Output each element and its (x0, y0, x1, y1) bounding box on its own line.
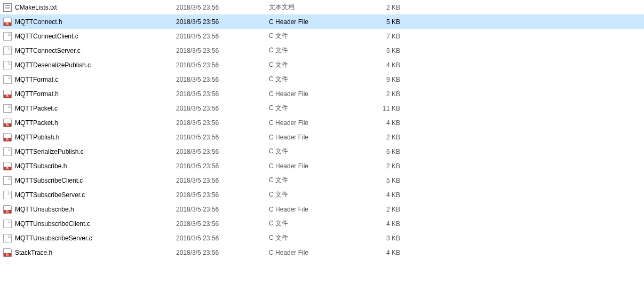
file-type: C Header File (269, 162, 371, 170)
file-row[interactable]: MQTTPublish.h2018/3/5 23:56C Header File… (0, 130, 644, 144)
file-row[interactable]: MQTTConnect.h2018/3/5 23:56C Header File… (0, 14, 644, 29)
c-file-icon (3, 46, 12, 55)
file-name: MQTTSubscribe.h (15, 162, 67, 170)
file-date: 2018/3/5 23:56 (176, 105, 269, 112)
file-row[interactable]: MQTTDeserializePublish.c2018/3/5 23:56C … (0, 58, 644, 72)
file-size: 5 KB (371, 177, 400, 184)
file-row[interactable]: MQTTUnsubscribe.h2018/3/5 23:56C Header … (0, 202, 644, 216)
file-row[interactable]: MQTTPacket.h2018/3/5 23:56C Header File4… (0, 115, 644, 130)
file-type: C Header File (269, 134, 371, 141)
file-name: MQTTSerializePublish.c (15, 148, 84, 155)
file-size: 2 KB (371, 4, 400, 11)
file-type: C 文件 (269, 32, 371, 41)
file-type: C Header File (269, 249, 371, 256)
file-row[interactable]: MQTTSerializePublish.c2018/3/5 23:56C 文件… (0, 144, 644, 159)
file-name-cell: MQTTSubscribeServer.c (3, 191, 176, 199)
file-name-cell: MQTTConnectClient.c (3, 32, 176, 41)
file-row[interactable]: MQTTConnectClient.c2018/3/5 23:56C 文件7 K… (0, 29, 644, 43)
file-name-cell: MQTTUnsubscribeClient.c (3, 220, 176, 228)
c-file-icon (3, 191, 12, 199)
file-name-cell: MQTTSubscribeClient.c (3, 176, 176, 185)
header-file-icon (3, 18, 12, 26)
file-row[interactable]: MQTTSubscribe.h2018/3/5 23:56C Header Fi… (0, 159, 644, 173)
file-type: C Header File (269, 206, 371, 213)
file-date: 2018/3/5 23:56 (176, 249, 269, 256)
file-row[interactable]: MQTTPacket.c2018/3/5 23:56C 文件11 KB (0, 101, 644, 115)
file-row[interactable]: CMakeLists.txt2018/3/5 23:56文本文档2 KB (0, 0, 644, 14)
file-name-cell: MQTTUnsubscribeServer.c (3, 234, 176, 243)
file-name-cell: MQTTFormat.h (3, 90, 176, 98)
file-type: 文本文档 (269, 3, 371, 12)
file-name-cell: MQTTDeserializePublish.c (3, 61, 176, 69)
c-file-icon (3, 61, 12, 69)
file-date: 2018/3/5 23:56 (176, 134, 269, 141)
file-type: C 文件 (269, 219, 371, 228)
header-file-icon (3, 248, 12, 257)
file-row[interactable]: MQTTSubscribeClient.c2018/3/5 23:56C 文件5… (0, 173, 644, 187)
file-size: 6 KB (371, 148, 400, 155)
file-type: C 文件 (269, 190, 371, 199)
file-size: 4 KB (371, 249, 400, 256)
file-name: MQTTConnectClient.c (15, 33, 78, 40)
file-size: 2 KB (371, 134, 400, 141)
file-name-cell: MQTTPacket.h (3, 119, 176, 127)
file-date: 2018/3/5 23:56 (176, 90, 269, 98)
file-name-cell: MQTTConnect.h (3, 18, 176, 26)
file-row[interactable]: MQTTFormat.c2018/3/5 23:56C 文件9 KB (0, 72, 644, 87)
file-row[interactable]: MQTTUnsubscribeServer.c2018/3/5 23:56C 文… (0, 231, 644, 245)
file-name: MQTTUnsubscribeServer.c (15, 235, 92, 242)
file-name: MQTTSubscribeServer.c (15, 191, 85, 199)
file-date: 2018/3/5 23:56 (176, 162, 269, 170)
c-file-icon (3, 32, 12, 41)
file-date: 2018/3/5 23:56 (176, 61, 269, 69)
file-name-cell: MQTTPacket.c (3, 104, 176, 113)
file-type: C Header File (269, 119, 371, 127)
file-row[interactable]: StackTrace.h2018/3/5 23:56C Header File4… (0, 245, 644, 260)
file-row[interactable]: MQTTSubscribeServer.c2018/3/5 23:56C 文件4… (0, 187, 644, 202)
file-name: MQTTConnectServer.c (15, 47, 81, 54)
file-size: 3 KB (371, 235, 400, 242)
text-file-icon (3, 3, 12, 12)
file-row[interactable]: MQTTUnsubscribeClient.c2018/3/5 23:56C 文… (0, 216, 644, 231)
file-name-cell: MQTTSubscribe.h (3, 162, 176, 170)
file-type: C 文件 (269, 75, 371, 84)
file-name: MQTTConnect.h (15, 18, 62, 26)
file-name: CMakeLists.txt (15, 4, 57, 11)
file-date: 2018/3/5 23:56 (176, 235, 269, 242)
file-name: MQTTPublish.h (15, 134, 59, 141)
file-size: 2 KB (371, 162, 400, 170)
file-date: 2018/3/5 23:56 (176, 76, 269, 83)
c-file-icon (3, 176, 12, 185)
file-row[interactable]: MQTTFormat.h2018/3/5 23:56C Header File2… (0, 87, 644, 101)
c-file-icon (3, 220, 12, 228)
c-file-icon (3, 75, 12, 84)
file-size: 2 KB (371, 90, 400, 98)
file-size: 11 KB (371, 105, 400, 112)
file-size: 4 KB (371, 61, 400, 69)
file-type: C 文件 (269, 176, 371, 185)
c-file-icon (3, 147, 12, 156)
file-size: 4 KB (371, 220, 400, 228)
file-name-cell: StackTrace.h (3, 248, 176, 257)
header-file-icon (3, 90, 12, 98)
file-name-cell: MQTTUnsubscribe.h (3, 205, 176, 214)
file-date: 2018/3/5 23:56 (176, 4, 269, 11)
file-size: 7 KB (371, 33, 400, 40)
file-name-cell: MQTTConnectServer.c (3, 46, 176, 55)
file-type: C 文件 (269, 46, 371, 55)
file-name-cell: MQTTPublish.h (3, 133, 176, 142)
file-size: 9 KB (371, 76, 400, 83)
file-list: CMakeLists.txt2018/3/5 23:56文本文档2 KBMQTT… (0, 0, 644, 260)
file-date: 2018/3/5 23:56 (176, 177, 269, 184)
file-size: 4 KB (371, 119, 400, 127)
file-date: 2018/3/5 23:56 (176, 191, 269, 199)
file-type: C 文件 (269, 60, 371, 69)
file-date: 2018/3/5 23:56 (176, 18, 269, 26)
header-file-icon (3, 205, 12, 214)
file-row[interactable]: MQTTConnectServer.c2018/3/5 23:56C 文件5 K… (0, 43, 644, 58)
file-type: C Header File (269, 18, 371, 26)
file-type: C 文件 (269, 104, 371, 113)
file-date: 2018/3/5 23:56 (176, 148, 269, 155)
file-type: C Header File (269, 90, 371, 98)
file-name: StackTrace.h (15, 249, 52, 256)
